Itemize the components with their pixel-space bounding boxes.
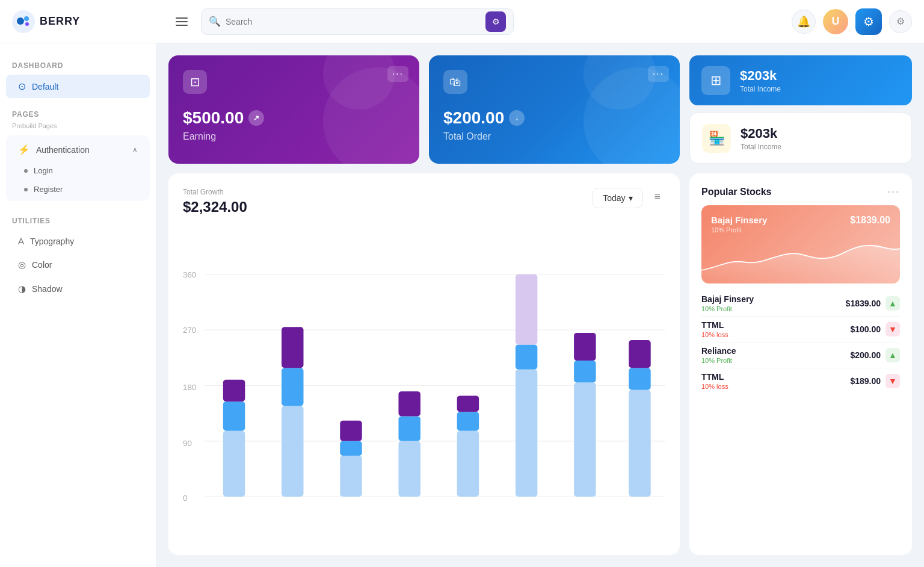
- stock-row-3: TTML 10% loss $189.00 ▼: [701, 368, 900, 394]
- bar4-mid: [398, 416, 420, 441]
- today-button[interactable]: Today ▾: [593, 188, 643, 208]
- sidebar-item-default[interactable]: ⊙ Default: [6, 75, 150, 98]
- bar2-mid: [282, 368, 303, 406]
- order-trend-icon: ↓: [509, 110, 525, 126]
- bar5-light: [457, 431, 479, 497]
- stock-sub-2: 10% Profit: [701, 357, 736, 364]
- menu-line3: [176, 25, 188, 26]
- bar5-mid: [457, 412, 479, 431]
- menu-button[interactable]: [172, 14, 191, 29]
- svg-point-2: [24, 16, 29, 21]
- order-label: Total Order: [443, 131, 665, 142]
- bar8-light: [629, 390, 650, 497]
- bar7-light: [574, 383, 596, 497]
- stock-chart-card: Bajaj Finsery 10% Profit $1839.00: [701, 205, 900, 284]
- bar6-light: [516, 370, 537, 497]
- dashboard-icon: ⊙: [18, 81, 26, 92]
- login-label: Login: [34, 166, 53, 175]
- stock-price-2: $200.00: [850, 350, 881, 360]
- logo-text: BERRY: [40, 15, 80, 28]
- stock-badge-1: ▼: [886, 322, 900, 336]
- income-blue-info: $203k Total Income: [740, 68, 781, 93]
- bar6-mid: [516, 344, 537, 369]
- stock-info-0: Bajaj Finsery 10% Profit: [701, 294, 754, 312]
- menu-line1: [176, 17, 188, 19]
- search-bar: 🔍 ⚙: [201, 8, 514, 35]
- stock-right-3: $189.00 ▼: [850, 374, 900, 388]
- sidebar-item-color[interactable]: ◎ Color: [6, 253, 150, 276]
- order-value: $200.00: [443, 108, 504, 128]
- sidebar: Dashboard ⊙ Default Pages Prebuild Pages…: [0, 43, 156, 567]
- settings-secondary-button[interactable]: ⚙: [889, 10, 912, 33]
- typography-icon: A: [18, 236, 24, 246]
- auth-label: Authentication: [36, 145, 126, 155]
- stock-name-1: TTML: [701, 320, 728, 330]
- sidebar-item-typography[interactable]: A Typography: [6, 230, 150, 252]
- sidebar-item-register[interactable]: Register: [6, 180, 150, 199]
- income-blue-icon: ⊞: [701, 66, 730, 95]
- stock-sub-3: 10% loss: [701, 383, 728, 390]
- stock-mini-chart: [701, 235, 900, 284]
- chart-card: Total Growth $2,324.00 Today ▾ ≡: [168, 173, 680, 555]
- bar3-mid: [340, 441, 362, 456]
- menu-line2: [176, 21, 188, 22]
- dashboard-section-label: Dashboard: [0, 55, 156, 73]
- chart-menu-button[interactable]: ≡: [649, 188, 665, 205]
- bar8-mid: [629, 368, 650, 389]
- svg-point-1: [17, 17, 24, 25]
- utilities-section-label: Utilities: [0, 211, 156, 229]
- chart-header: Total Growth $2,324.00 Today ▾ ≡: [183, 188, 665, 215]
- bag-icon: 🛍: [449, 75, 461, 89]
- stock-sub-0: 10% Profit: [701, 305, 754, 312]
- y-label-180: 180: [183, 383, 196, 392]
- total-order-card: ··· 🛍 $200.00 ↓ Total Order: [429, 55, 680, 164]
- stock-price-1: $100.00: [850, 324, 881, 334]
- stock-right-2: $200.00 ▲: [850, 348, 900, 362]
- stock-info-3: TTML 10% loss: [701, 372, 728, 390]
- shadow-icon: ◑: [18, 284, 26, 294]
- income-blue-amount: $203k: [740, 68, 781, 84]
- income-blue-label: Total Income: [740, 85, 781, 93]
- earning-more-button[interactable]: ···: [387, 66, 408, 82]
- sidebar-default-label: Default: [32, 82, 138, 91]
- dropdown-icon: ▾: [629, 193, 633, 203]
- stock-badge-2: ▲: [886, 348, 900, 362]
- bullet2-icon: [24, 188, 28, 191]
- avatar[interactable]: U: [823, 9, 848, 34]
- y-label-0: 0: [183, 494, 187, 503]
- stocks-more-button[interactable]: ···: [887, 185, 900, 198]
- stock-price-3: $189.00: [850, 376, 881, 386]
- income-white-label: Total Income: [741, 143, 781, 151]
- stocks-header: Popular Stocks ···: [701, 185, 900, 198]
- typography-label: Typography: [30, 237, 138, 246]
- settings-main-button[interactable]: ⚙: [855, 8, 882, 35]
- table-icon: ⊞: [710, 73, 721, 88]
- search-input[interactable]: [226, 17, 481, 26]
- notification-button[interactable]: 🔔: [792, 10, 816, 34]
- search-filter-button[interactable]: ⚙: [485, 11, 506, 32]
- order-more-button[interactable]: ···: [648, 66, 669, 82]
- gear2-icon: ⚙: [896, 16, 905, 27]
- bar8-dark: [629, 340, 650, 368]
- bar7-mid: [574, 361, 596, 382]
- pages-sub-label: Prebuild Pages: [0, 122, 156, 133]
- bar4-dark: [398, 391, 420, 416]
- stock-row-2: Reliance 10% Profit $200.00 ▲: [701, 342, 900, 368]
- sidebar-item-login[interactable]: Login: [6, 161, 150, 180]
- stock-right-0: $1839.00 ▲: [846, 296, 900, 311]
- earning-value: $500.00: [183, 108, 244, 128]
- logo-icon: [12, 10, 35, 33]
- stocks-card: Popular Stocks ··· Bajaj Finsery 10% Pro…: [689, 173, 912, 555]
- today-label: Today: [603, 193, 625, 203]
- y-label-270: 270: [183, 326, 196, 335]
- order-card-icon: 🛍: [443, 70, 467, 94]
- stock-badge-3: ▼: [886, 374, 900, 388]
- income-white-info: $203k Total Income: [741, 126, 781, 151]
- earning-label: Earning: [183, 131, 405, 142]
- register-label: Register: [34, 185, 63, 194]
- sidebar-item-authentication[interactable]: ⚡ Authentication ∧: [6, 138, 150, 161]
- stock-name-3: TTML: [701, 372, 728, 382]
- stock-name-2: Reliance: [701, 346, 736, 356]
- sidebar-item-shadow[interactable]: ◑ Shadow: [6, 277, 150, 300]
- content-area: ··· ⊡ $500.00 ↗ Earning ··· 🛍: [156, 43, 924, 567]
